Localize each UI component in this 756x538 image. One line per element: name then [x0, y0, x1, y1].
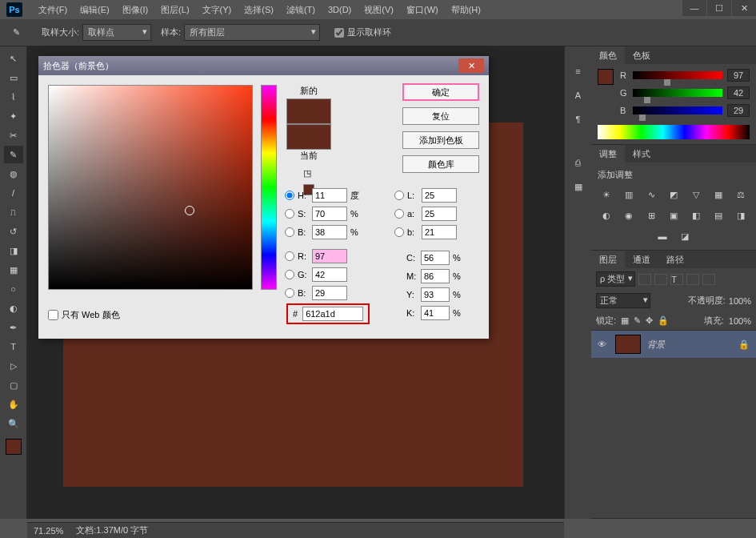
- minimize-button[interactable]: —: [682, 0, 706, 16]
- g-radio[interactable]: [285, 270, 294, 279]
- posterize-icon[interactable]: ▤: [710, 208, 726, 223]
- menu-file[interactable]: 文件(F): [32, 4, 74, 16]
- spectrum-bar[interactable]: [598, 125, 750, 139]
- blend-mode-select[interactable]: 正常: [596, 293, 650, 308]
- brush-tool[interactable]: /: [4, 184, 23, 202]
- layer-background[interactable]: 👁 背景 🔒: [591, 331, 756, 358]
- a-input[interactable]: [422, 207, 457, 221]
- swatch-tab[interactable]: 色板: [625, 46, 658, 64]
- channels-tab[interactable]: 通道: [625, 251, 658, 268]
- photo-filter-icon[interactable]: ◉: [621, 208, 637, 223]
- doc-info[interactable]: 文档:1.37M/0 字节: [76, 524, 148, 536]
- filter-adjust-icon[interactable]: [654, 274, 667, 285]
- menu-select[interactable]: 选择(S): [238, 4, 280, 16]
- ok-button[interactable]: 确定: [402, 83, 479, 101]
- lock-paint-icon[interactable]: ✎: [634, 315, 641, 326]
- stamp-tool[interactable]: ⎍: [4, 203, 23, 221]
- curves-icon[interactable]: ∿: [643, 187, 659, 202]
- eyedropper-tool[interactable]: ✎: [4, 146, 23, 163]
- path-tool[interactable]: ▷: [4, 357, 23, 375]
- bw-icon[interactable]: ◐: [598, 208, 614, 223]
- eyedropper-icon[interactable]: ✎: [6, 23, 26, 42]
- close-button[interactable]: ✕: [732, 0, 756, 16]
- exposure-icon[interactable]: ◩: [666, 187, 682, 202]
- rgb-r-input[interactable]: [312, 249, 347, 263]
- selective-icon[interactable]: ◪: [677, 229, 693, 243]
- color-cursor[interactable]: [185, 206, 194, 215]
- gradient-tool[interactable]: ▦: [4, 261, 23, 279]
- menu-window[interactable]: 窗口(W): [400, 4, 445, 16]
- mixer-icon[interactable]: ⊞: [643, 208, 659, 223]
- y-input[interactable]: [421, 287, 450, 302]
- r-radio[interactable]: [285, 251, 294, 261]
- move-tool[interactable]: ↖: [4, 50, 23, 67]
- filter-type-icon[interactable]: T: [670, 274, 683, 285]
- web-only-input[interactable]: [48, 310, 58, 320]
- char-icon[interactable]: A: [570, 88, 586, 102]
- menu-view[interactable]: 视图(V): [358, 4, 400, 16]
- color-lib-button[interactable]: 颜色库: [402, 155, 479, 173]
- filter-pixel-icon[interactable]: [638, 274, 651, 285]
- menu-image[interactable]: 图像(I): [116, 4, 154, 16]
- menu-type[interactable]: 文字(Y): [196, 4, 238, 16]
- b-value[interactable]: 29: [727, 104, 750, 117]
- s-input[interactable]: [312, 207, 347, 221]
- b-radio[interactable]: [285, 227, 294, 237]
- lab-b-radio[interactable]: [394, 227, 404, 237]
- saturation-field[interactable]: [48, 85, 253, 290]
- h-radio[interactable]: [285, 191, 294, 200]
- show-ring-checkbox[interactable]: 显示取样环: [334, 26, 391, 38]
- filter-smart-icon[interactable]: [702, 274, 715, 285]
- shape-tool[interactable]: ▢: [4, 376, 23, 394]
- layer-name[interactable]: 背景: [647, 339, 732, 351]
- threshold-icon[interactable]: ◨: [733, 208, 749, 223]
- adjust-tab[interactable]: 调整: [591, 145, 625, 163]
- invert-icon[interactable]: ◧: [688, 208, 704, 223]
- c-input[interactable]: [421, 251, 450, 265]
- lasso-tool[interactable]: ⌇: [4, 88, 23, 106]
- opacity-value[interactable]: 100%: [729, 296, 751, 306]
- b-slider[interactable]: [633, 106, 722, 114]
- lock-all-icon[interactable]: 🔒: [658, 315, 669, 326]
- para-icon[interactable]: ¶: [570, 112, 586, 126]
- lab-b-input[interactable]: [422, 225, 457, 239]
- blur-tool[interactable]: ○: [4, 280, 23, 298]
- color-tab[interactable]: 颜色: [591, 46, 625, 64]
- filter-shape-icon[interactable]: [686, 274, 699, 285]
- hue-icon[interactable]: ▦: [710, 187, 726, 202]
- sample-select[interactable]: 所有图层: [184, 24, 320, 41]
- g-value[interactable]: 42: [727, 86, 750, 99]
- menu-edit[interactable]: 编辑(E): [74, 4, 116, 16]
- r-slider[interactable]: [633, 71, 722, 79]
- wand-tool[interactable]: ✦: [4, 107, 23, 125]
- filter-kind-select[interactable]: ρ 类型: [596, 271, 635, 287]
- add-swatch-button[interactable]: 添加到色板: [402, 131, 479, 149]
- hsb-b-input[interactable]: [312, 225, 347, 239]
- rgb-b-input[interactable]: [312, 286, 347, 300]
- reset-button[interactable]: 复位: [402, 107, 479, 125]
- vibrance-icon[interactable]: ▽: [688, 187, 704, 202]
- h-input[interactable]: [312, 188, 347, 203]
- menu-3d[interactable]: 3D(D): [322, 5, 358, 14]
- a-radio[interactable]: [394, 209, 404, 219]
- color-thumb[interactable]: [598, 69, 614, 85]
- gradient-map-icon[interactable]: ▬: [654, 229, 670, 243]
- s-radio[interactable]: [285, 209, 294, 219]
- hand-tool[interactable]: ✋: [4, 395, 23, 413]
- visibility-icon[interactable]: 👁: [598, 339, 609, 349]
- balance-icon[interactable]: ⚖: [733, 187, 749, 202]
- lock-trans-icon[interactable]: ▦: [621, 315, 629, 326]
- styles-tab[interactable]: 样式: [625, 145, 658, 163]
- zoom-tool[interactable]: 🔍: [4, 415, 23, 432]
- menu-help[interactable]: 帮助(H): [445, 4, 487, 16]
- show-ring-input[interactable]: [334, 28, 344, 38]
- hue-slider[interactable]: [261, 85, 277, 290]
- lock-pos-icon[interactable]: ✥: [646, 315, 653, 326]
- rgb-g-input[interactable]: [312, 267, 347, 282]
- cube-icon[interactable]: ◳: [303, 168, 314, 179]
- r-value[interactable]: 97: [727, 69, 750, 82]
- foreground-color-swatch[interactable]: [6, 439, 22, 455]
- k-input[interactable]: [421, 306, 450, 320]
- nav-icon[interactable]: ⎙: [570, 155, 586, 170]
- sample-size-select[interactable]: 取样点: [82, 24, 151, 41]
